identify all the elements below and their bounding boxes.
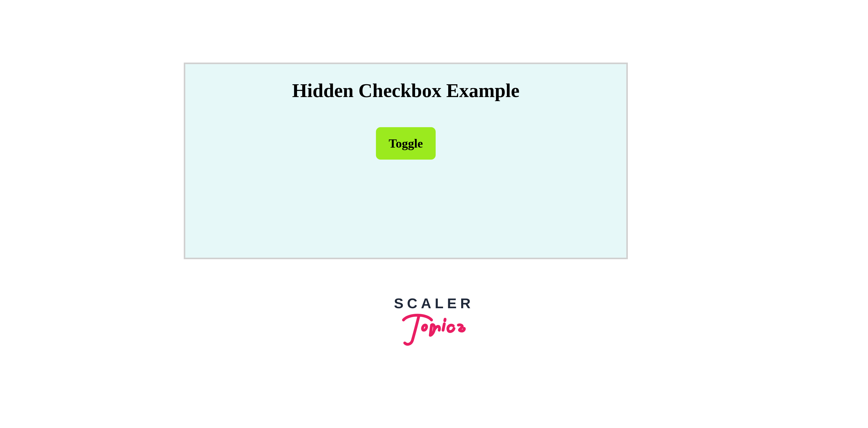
example-heading: Hidden Checkbox Example — [185, 79, 626, 102]
toggle-button[interactable]: Toggle — [376, 127, 436, 160]
example-panel: Hidden Checkbox Example Toggle — [184, 63, 628, 259]
scaler-topics-logo: SCALER — [394, 296, 474, 347]
scaler-logo-text: SCALER — [394, 296, 474, 311]
topics-logo-script — [396, 306, 472, 347]
